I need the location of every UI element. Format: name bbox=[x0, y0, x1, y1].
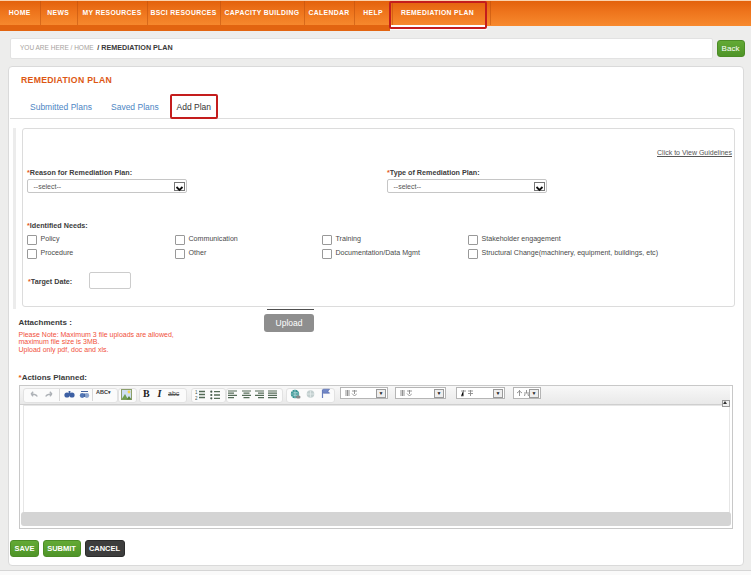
svg-text:1: 1 bbox=[195, 390, 198, 395]
svg-text:2: 2 bbox=[195, 396, 198, 401]
